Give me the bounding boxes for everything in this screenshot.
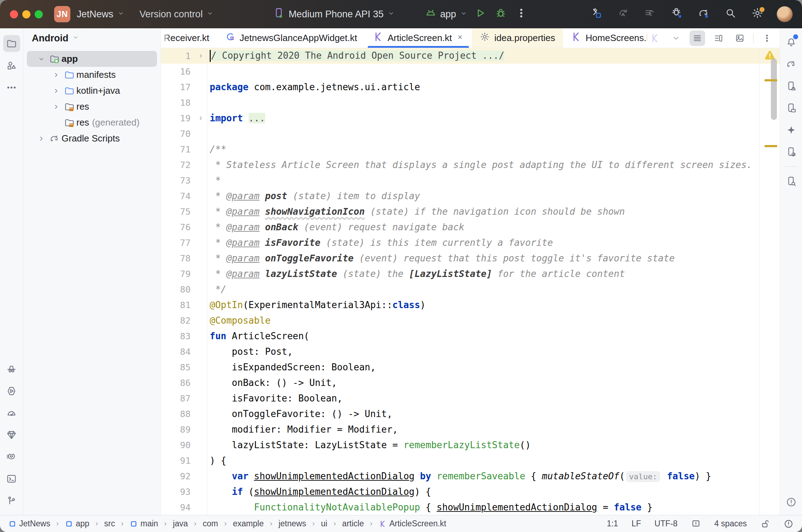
chevron-right-icon[interactable]: [50, 71, 62, 79]
code-line[interactable]: 79 * @param lazyListState (state) the [L…: [161, 266, 780, 282]
preview-button[interactable]: [732, 30, 748, 46]
line-number[interactable]: 86: [161, 378, 195, 388]
tree-item-gradle-scripts[interactable]: Gradle Scripts: [27, 131, 157, 146]
code-line[interactable]: 82@Composable: [161, 313, 780, 328]
list-view-button[interactable]: [690, 30, 705, 46]
run-with-coverage-button[interactable]: [642, 6, 658, 22]
code-line[interactable]: 90 lazyListState: LazyListState = rememb…: [161, 437, 780, 453]
logcat-button[interactable]: [3, 448, 20, 465]
vcs-menu[interactable]: Version control: [140, 9, 214, 20]
line-number[interactable]: 77: [161, 238, 195, 248]
tree-item-res[interactable]: res(generated): [27, 115, 157, 131]
gradle-button[interactable]: [783, 56, 800, 73]
line-number[interactable]: 76: [161, 222, 195, 232]
breadcrumb-item[interactable]: com: [203, 519, 218, 528]
line-number[interactable]: 19: [161, 113, 195, 123]
breadcrumb-item[interactable]: example: [233, 519, 264, 528]
hidden-tabs-chevron[interactable]: [668, 30, 684, 46]
gemini-sparkle-button[interactable]: [783, 121, 800, 138]
code-line[interactable]: 71/**: [161, 141, 780, 157]
warning-stripe[interactable]: [765, 79, 777, 81]
code-line[interactable]: 70: [161, 126, 780, 141]
run-services-button[interactable]: [3, 382, 20, 399]
status-widget-utf-8[interactable]: UTF-8: [655, 519, 678, 528]
device-manager-button[interactable]: [783, 77, 800, 94]
line-number[interactable]: 83: [161, 331, 195, 341]
code-line[interactable]: 87 isFavorite: Boolean,: [161, 391, 780, 406]
search-everywhere-button[interactable]: [723, 6, 738, 22]
more-tools-button[interactable]: [3, 79, 20, 96]
rerun-button[interactable]: [615, 6, 631, 22]
gemini-button[interactable]: [3, 426, 20, 443]
line-number[interactable]: 71: [161, 144, 195, 155]
line-number[interactable]: 74: [161, 191, 195, 201]
app-inspection-button[interactable]: [783, 173, 800, 190]
device-explorer-button[interactable]: [783, 143, 800, 160]
code-line[interactable]: 94 FunctionalityNotAvailablePopup { show…: [161, 499, 780, 515]
problems-button[interactable]: [783, 493, 800, 510]
line-number[interactable]: 89: [161, 424, 195, 435]
editor-tab[interactable]: Receiver.kt: [161, 28, 217, 48]
code-line[interactable]: 93 if (showUnimplementedActionDialog) {: [161, 484, 780, 499]
code-line[interactable]: 75 * @param showNavigationIcon (state) i…: [161, 204, 780, 219]
breadcrumb-item[interactable]: jetnews: [279, 519, 306, 528]
code-line[interactable]: 72 * Stateless Article Screen that displ…: [161, 157, 780, 173]
line-number[interactable]: 70: [161, 129, 195, 139]
inspections-icon[interactable]: [691, 519, 701, 529]
status-widget-4-spaces[interactable]: 4 spaces: [714, 519, 747, 528]
code-line[interactable]: 88 onToggleFavorite: () -> Unit,: [161, 406, 780, 422]
line-number[interactable]: 81: [161, 300, 195, 310]
code-line[interactable]: 1/ Copyright 2020 The Android Open Sourc…: [161, 48, 780, 64]
code-line[interactable]: 76 * @param onBack (event) request navig…: [161, 219, 780, 235]
line-number[interactable]: 16: [161, 66, 195, 77]
run-configuration-selector[interactable]: app: [425, 7, 467, 22]
project-view-selector[interactable]: Android: [32, 33, 68, 44]
code-line[interactable]: 84 post: Post,: [161, 344, 780, 359]
fold-chevron-icon[interactable]: [195, 52, 207, 59]
line-number[interactable]: 87: [161, 393, 195, 404]
line-number[interactable]: 94: [161, 502, 195, 513]
error-indicator-icon[interactable]: [784, 519, 794, 529]
code-line[interactable]: 92 var showUnimplementedActionDialog by …: [161, 468, 780, 484]
code-line[interactable]: 91) {: [161, 453, 780, 468]
breadcrumb-item[interactable]: ArticleScreen.kt: [379, 519, 446, 528]
structure-view-button[interactable]: [711, 30, 726, 46]
attach-debugger-button[interactable]: [669, 6, 685, 22]
line-number[interactable]: 91: [161, 456, 195, 466]
chevron-down-icon[interactable]: [35, 55, 47, 63]
editor-scrollbar[interactable]: [771, 58, 777, 120]
close-icon[interactable]: [456, 33, 464, 44]
status-widget-1-1[interactable]: 1:1: [607, 519, 618, 528]
warning-stripe[interactable]: [765, 145, 777, 147]
user-avatar[interactable]: [777, 6, 793, 22]
device-selector[interactable]: Medium Phone API 35: [273, 7, 395, 22]
editor-tab[interactable]: ArticleScreen.kt: [365, 28, 472, 48]
code-line[interactable]: 85 isExpandedScreen: Boolean,: [161, 359, 780, 375]
line-number[interactable]: 72: [161, 160, 195, 170]
chevron-right-icon[interactable]: [50, 87, 62, 95]
line-number[interactable]: 80: [161, 284, 195, 295]
hidden-tab-kotlin-icon[interactable]: [647, 30, 663, 46]
more-actions-button[interactable]: [513, 6, 529, 22]
code-line[interactable]: 77 * @param isFavorite (state) is this i…: [161, 235, 780, 250]
chevron-right-icon[interactable]: [35, 135, 47, 143]
maximize-window-button[interactable]: [35, 10, 43, 18]
code-editor[interactable]: 1/ Copyright 2020 The Android Open Sourc…: [161, 48, 780, 515]
code-line[interactable]: 89 modifier: Modifier = Modifier,: [161, 422, 780, 437]
code-line[interactable]: 74 * @param post (state) item to display: [161, 188, 780, 204]
run-button[interactable]: [472, 6, 488, 22]
editor-tab[interactable]: idea.properties: [472, 28, 563, 48]
chevron-right-icon[interactable]: [50, 103, 62, 111]
line-number[interactable]: 93: [161, 487, 195, 497]
breadcrumb-item[interactable]: src: [104, 519, 115, 528]
line-number[interactable]: 79: [161, 269, 195, 279]
code-line[interactable]: 80 */: [161, 282, 780, 297]
line-number[interactable]: 88: [161, 409, 195, 419]
window-controls[interactable]: [10, 10, 43, 18]
line-number[interactable]: 90: [161, 440, 195, 450]
settings-button[interactable]: [750, 6, 765, 22]
breadcrumb-item[interactable]: java: [173, 519, 188, 528]
minimize-window-button[interactable]: [22, 10, 30, 18]
breadcrumb-item[interactable]: article: [342, 519, 364, 528]
line-number[interactable]: 92: [161, 471, 195, 481]
